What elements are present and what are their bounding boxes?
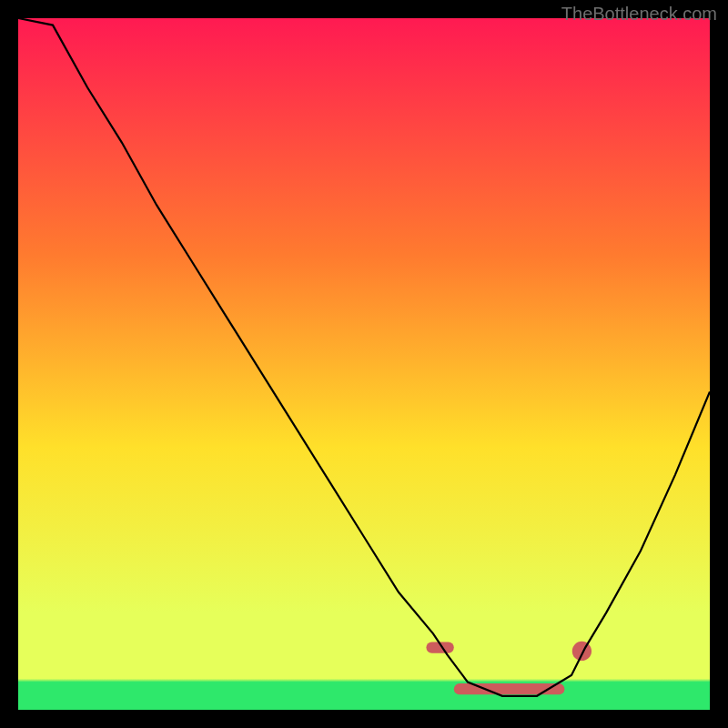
gradient-background [18, 18, 710, 710]
attribution-text: TheBottleneck.com [561, 4, 717, 25]
chart-svg [18, 18, 710, 710]
chart-area [18, 18, 710, 710]
trough-segment-right [572, 642, 592, 661]
